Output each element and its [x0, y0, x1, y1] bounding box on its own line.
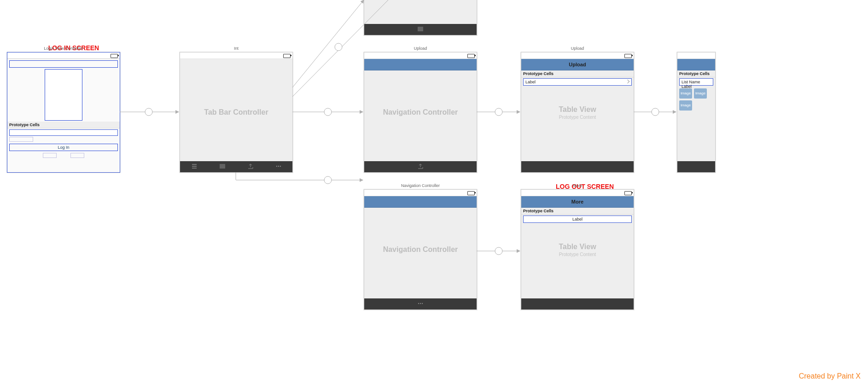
screen-title: Upload — [521, 46, 634, 51]
svg-point-13 — [324, 176, 332, 184]
tab-item-mylist[interactable] — [180, 163, 208, 171]
tab-bar — [521, 161, 634, 172]
placeholder-sublabel: Prototype Content — [521, 115, 634, 120]
tab-item-more[interactable] — [364, 300, 477, 308]
tab-item-more[interactable] — [264, 163, 292, 171]
svg-point-2 — [280, 166, 280, 167]
screen-login[interactable]: Login View Controller Prototype Cells Lo… — [7, 52, 120, 173]
tab-item-explore[interactable] — [208, 163, 236, 171]
tab-bar — [521, 298, 634, 309]
tab-bar — [364, 24, 477, 35]
svg-point-4 — [420, 303, 421, 304]
status-bar — [364, 190, 477, 196]
cell-label: Label — [572, 217, 583, 222]
navigation-bar — [364, 196, 477, 208]
svg-point-3 — [418, 303, 419, 304]
tab-bar — [364, 161, 477, 172]
screen-title: Navigation Controller — [364, 183, 477, 188]
screen-title: More — [521, 183, 634, 188]
placeholder-label: Table View Prototype Content — [521, 105, 634, 120]
upload-icon — [248, 163, 253, 169]
navigation-bar — [364, 59, 477, 70]
navigation-bar: Upload — [521, 59, 634, 70]
placeholder-sublabel: Prototype Content — [521, 252, 634, 257]
battery-icon — [467, 191, 475, 195]
status-bar — [521, 190, 634, 196]
watermark: Created by Paint X — [799, 372, 861, 380]
image-chip[interactable]: Image — [679, 88, 692, 99]
status-bar — [7, 52, 120, 59]
image-chip[interactable]: Image — [679, 100, 692, 111]
svg-point-19 — [495, 247, 502, 255]
tab-bar — [677, 161, 715, 172]
screen-top-cutoff[interactable] — [364, 0, 477, 35]
placeholder-label: Navigation Controller — [364, 108, 477, 117]
prototype-cell[interactable] — [9, 129, 118, 136]
list-icon — [192, 163, 197, 169]
image-chip[interactable]: Image — [694, 88, 707, 99]
svg-point-12 — [335, 43, 342, 51]
battery-icon — [283, 54, 291, 58]
screen-table-more[interactable]: More More Prototype Cells Label Table Vi… — [521, 189, 634, 310]
screen-nav-upload[interactable]: Upload Navigation Controller — [364, 52, 477, 173]
placeholder-label: Tab Bar Controller — [180, 108, 292, 117]
prototype-header: Prototype Cells — [677, 70, 715, 77]
storyboard-canvas: LOG IN SCREEN LOG OUT SCREEN Login View … — [0, 0, 868, 385]
svg-point-17 — [652, 108, 659, 116]
svg-line-10 — [292, 0, 364, 88]
screen-tabbar-controller[interactable]: Int Tab Bar Controller — [180, 52, 293, 173]
login-text-field[interactable] — [9, 137, 33, 142]
svg-point-7 — [145, 108, 152, 116]
battery-icon — [624, 191, 632, 195]
screen-title: Login View Controller — [7, 46, 120, 51]
prototype-header: Prototype Cells — [7, 122, 120, 128]
upload-icon — [418, 163, 423, 169]
nav-title: Upload — [569, 62, 586, 67]
navigation-bar: More — [521, 196, 634, 208]
more-icon — [276, 163, 281, 169]
login-button[interactable]: Log In — [9, 144, 118, 151]
screen-title: Int — [180, 46, 292, 51]
status-bar — [364, 52, 477, 59]
prototype-header: Prototype Cells — [521, 208, 634, 215]
svg-point-9 — [324, 108, 332, 116]
tab-item[interactable] — [364, 25, 477, 34]
battery-icon — [111, 54, 118, 58]
login-small-field-2[interactable] — [70, 153, 84, 158]
nav-title: More — [571, 199, 583, 204]
svg-point-0 — [276, 166, 277, 167]
list-name-cell[interactable]: List Name Label — [679, 78, 713, 86]
prototype-cell[interactable]: Label — [523, 216, 632, 223]
barcode-icon — [220, 163, 225, 169]
disclosure-icon — [626, 80, 629, 83]
placeholder-label: Navigation Controller — [364, 245, 477, 254]
battery-icon — [467, 54, 475, 58]
status-bar — [521, 52, 634, 59]
screen-title: Upload — [364, 46, 477, 51]
svg-point-5 — [422, 303, 423, 304]
tab-bar — [180, 161, 292, 172]
more-icon — [418, 301, 423, 306]
login-small-field-1[interactable] — [43, 153, 57, 158]
login-logo-placeholder — [45, 69, 82, 121]
tab-item-upload[interactable] — [364, 163, 477, 171]
tab-item-upload[interactable] — [236, 163, 264, 171]
svg-point-1 — [278, 166, 279, 167]
tab-bar — [364, 298, 477, 309]
placeholder-label: Table View Prototype Content — [521, 243, 634, 257]
barcode-icon — [418, 26, 423, 32]
battery-icon — [624, 54, 632, 58]
cell-label: Label — [525, 80, 536, 84]
svg-point-15 — [495, 108, 502, 116]
login-field-top[interactable] — [9, 60, 118, 68]
prototype-header: Prototype Cells — [521, 70, 634, 77]
screen-collection[interactable]: Prototype Cells List Name Label ImageIma… — [677, 52, 716, 173]
image-row: ImageImageImage — [677, 87, 715, 112]
status-bar — [677, 52, 715, 59]
prototype-cell[interactable]: Label — [523, 78, 632, 86]
status-bar — [180, 52, 292, 59]
screen-nav-more[interactable]: Navigation Controller Navigation Control… — [364, 189, 477, 310]
screen-table-upload[interactable]: Upload Upload Prototype Cells Label Tabl… — [521, 52, 634, 173]
navigation-bar — [677, 59, 715, 70]
